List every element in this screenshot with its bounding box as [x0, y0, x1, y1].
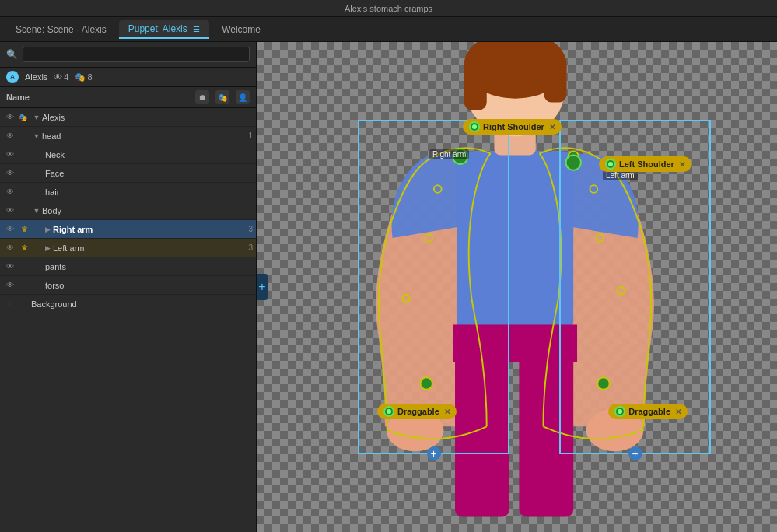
left-shoulder-close[interactable]: ✕: [679, 160, 685, 169]
puppet-name: Alexis: [25, 72, 47, 82]
crown-icon: ♛: [17, 243, 31, 252]
svg-rect-4: [464, 57, 487, 110]
canvas-area[interactable]: +: [257, 42, 777, 532]
layer-arrow[interactable]: ▼: [31, 207, 42, 215]
character-svg: [257, 42, 777, 532]
right-shoulder-label[interactable]: Right Shoulder ✕: [463, 119, 562, 135]
right-draggable-close[interactable]: ✕: [444, 408, 450, 416]
eye-toggle[interactable]: 👁: [3, 131, 17, 140]
tab-puppet[interactable]: Puppet: Alexis ☰: [119, 20, 209, 39]
left-shoulder-text: Left Shoulder: [619, 159, 674, 169]
left-draggable-label[interactable]: Draggable ✕: [608, 404, 688, 419]
puppet-icon-btn[interactable]: 🎭: [215, 90, 229, 104]
tab-menu-icon[interactable]: ☰: [193, 25, 200, 33]
title-text: Alexis stomach cramps: [345, 4, 432, 13]
right-draggable-label[interactable]: Draggable ✕: [377, 404, 457, 419]
layer-arrow[interactable]: ▼: [31, 114, 42, 121]
layer-label: Alexis: [42, 113, 253, 122]
layer-row-right-arm[interactable]: 👁 ♛ ▶ Right arm 3: [0, 220, 256, 239]
layer-row-background[interactable]: 👁 Background: [0, 295, 256, 313]
layer-header-label: Name: [6, 93, 30, 102]
layer-label: Face: [45, 169, 253, 178]
tab-bar: Scene: Scene - Alexis Puppet: Alexis ☰ W…: [0, 17, 777, 42]
layer-row-head[interactable]: 👁 ▼ head 1: [0, 127, 256, 145]
eye-toggle[interactable]: 👁: [3, 281, 17, 289]
right-shoulder-dot: [469, 121, 480, 132]
layer-row-neck[interactable]: 👁 Neck: [0, 145, 256, 164]
layer-label: Right arm: [53, 225, 245, 234]
crown-icon: ♛: [17, 225, 31, 233]
layer-row-torso[interactable]: 👁 torso: [0, 276, 256, 295]
right-draggable-dot: [383, 406, 394, 417]
layer-label: hair: [45, 187, 253, 197]
layer-label: head: [42, 131, 245, 141]
layer-label: pants: [45, 262, 253, 271]
eye-toggle[interactable]: 👁: [3, 169, 17, 177]
eye-toggle[interactable]: 👁: [3, 206, 17, 215]
puppet-avatar-icon: A: [6, 71, 19, 83]
layer-count: 1: [248, 131, 253, 140]
layer-count: 3: [248, 243, 253, 252]
main-layout: 🔍 A Alexis 👁 4 🎭 8 Name ⏺ 🎭 👤: [0, 42, 777, 532]
left-shoulder-dot: [605, 159, 616, 170]
left-panel: 🔍 A Alexis 👁 4 🎭 8 Name ⏺ 🎭 👤: [0, 42, 257, 532]
eye-toggle[interactable]: 👁: [3, 243, 17, 252]
puppet-info: A Alexis 👁 4 🎭 8: [0, 68, 256, 87]
svg-rect-5: [544, 57, 566, 102]
eye-toggle[interactable]: 👁: [3, 299, 17, 308]
eye-toggle[interactable]: 👁: [3, 187, 17, 196]
search-icon: 🔍: [6, 49, 18, 60]
right-shoulder-close[interactable]: ✕: [549, 123, 555, 131]
puppet-icon: 🎭: [17, 112, 28, 123]
tab-scene[interactable]: Scene: Scene - Alexis: [6, 21, 116, 38]
tab-welcome[interactable]: Welcome: [212, 21, 270, 38]
left-draggable-text: Draggable: [628, 407, 670, 416]
right-draggable-text: Draggable: [397, 407, 439, 416]
right-arm-small-label: Right arm: [429, 149, 469, 159]
layer-header: Name ⏺ 🎭 👤: [0, 87, 256, 108]
layer-arrow[interactable]: ▶: [42, 244, 53, 252]
eye-toggle[interactable]: 👁: [3, 113, 17, 121]
svg-point-32: [566, 155, 581, 170]
layer-label: Background: [31, 299, 253, 309]
eye-icon: 👁: [54, 72, 62, 82]
search-input[interactable]: [23, 47, 250, 62]
eye-toggle[interactable]: 👁: [3, 262, 17, 271]
person-icon-btn[interactable]: 👤: [236, 90, 250, 104]
svg-point-25: [420, 377, 432, 390]
svg-point-30: [597, 377, 610, 390]
layer-label: Body: [42, 206, 253, 215]
layer-row-left-arm[interactable]: 👁 ♛ ▶ Left arm 3: [0, 239, 256, 257]
layer-label: Left arm: [53, 243, 245, 253]
layer-row-hair[interactable]: 👁 hair: [0, 183, 256, 201]
puppet-count-icon: 🎭: [75, 72, 86, 82]
layer-label: Neck: [45, 150, 253, 159]
puppet-count-badge: 🎭 8: [75, 72, 92, 82]
left-draggable-dot: [614, 406, 625, 417]
record-icon-btn[interactable]: ⏺: [195, 90, 209, 104]
eye-toggle[interactable]: 👁: [3, 225, 17, 233]
eye-count-badge: 👁 4: [54, 72, 68, 82]
right-shoulder-text: Right Shoulder: [483, 122, 544, 131]
svg-rect-8: [453, 324, 577, 362]
layer-label: torso: [45, 281, 253, 290]
layer-row-alexis-root[interactable]: 👁 🎭 ▼ Alexis: [0, 108, 256, 127]
left-shoulder-label[interactable]: Left Shoulder ✕: [599, 156, 691, 172]
title-bar: Alexis stomach cramps: [0, 0, 777, 17]
layer-count: 3: [248, 225, 253, 233]
layer-row-face[interactable]: 👁 Face: [0, 164, 256, 183]
layer-arrow[interactable]: ▶: [42, 226, 53, 233]
left-draggable-close[interactable]: ✕: [675, 408, 681, 416]
search-bar: 🔍: [0, 42, 256, 68]
layer-tree: 👁 🎭 ▼ Alexis 👁 ▼ head 1 👁 Neck �: [0, 108, 256, 532]
layer-arrow[interactable]: ▼: [31, 132, 42, 140]
layer-row-body[interactable]: 👁 ▼ Body: [0, 201, 256, 220]
eye-toggle[interactable]: 👁: [3, 150, 17, 159]
layer-header-icons: ⏺ 🎭 👤: [195, 90, 250, 104]
svg-rect-0: [457, 152, 573, 333]
layer-row-pants[interactable]: 👁 pants: [0, 257, 256, 276]
